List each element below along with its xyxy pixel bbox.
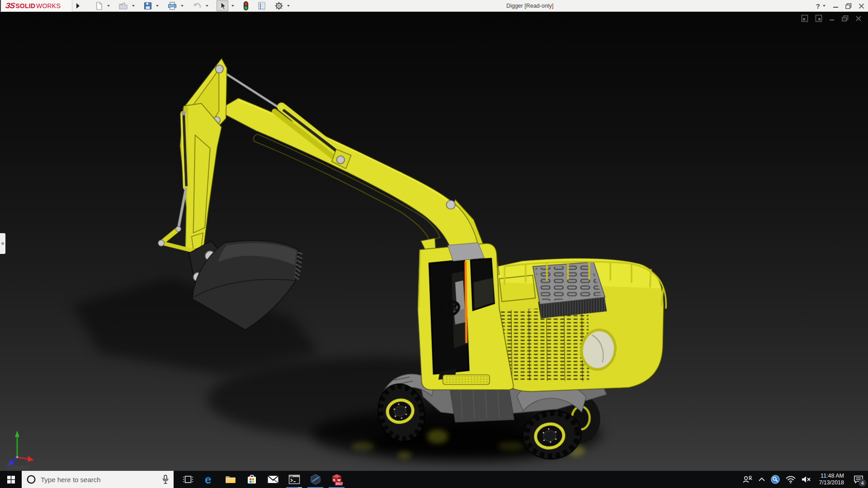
tray-time: 11:48 AM xyxy=(819,473,844,479)
tray-date: 7/13/2018 xyxy=(819,479,844,486)
mail-icon xyxy=(267,475,279,484)
cab xyxy=(418,238,514,389)
new-dropdown[interactable] xyxy=(107,5,110,7)
svg-text:2017: 2017 xyxy=(335,482,343,485)
show-hidden-icons-button[interactable] xyxy=(758,477,765,482)
solidworks-2017-icon: S W 2017 xyxy=(330,473,343,486)
task-view-button[interactable] xyxy=(177,471,198,488)
file-properties-icon xyxy=(257,1,266,10)
svg-text:W: W xyxy=(337,478,341,482)
select-dropdown[interactable] xyxy=(231,5,234,7)
title-bar: ЗS SOLID WORKS xyxy=(0,0,868,12)
file-properties-button[interactable] xyxy=(257,0,267,11)
print-button[interactable] xyxy=(167,0,178,11)
doc-restore-button[interactable] xyxy=(842,15,849,22)
cortana-icon xyxy=(26,474,36,484)
open-button[interactable] xyxy=(118,0,129,11)
feature-panel-tab[interactable] xyxy=(0,233,5,254)
minimize-button[interactable] xyxy=(833,3,839,9)
volume-muted-icon xyxy=(801,475,812,483)
system-tray: 11:48 AM 7/13/2018 4 xyxy=(742,471,866,488)
window-controls: ? xyxy=(816,0,864,12)
doc-minimize-button[interactable] xyxy=(829,15,835,21)
options-dropdown[interactable] xyxy=(287,5,290,7)
file-explorer-icon xyxy=(225,474,236,484)
help-dropdown[interactable] xyxy=(823,5,826,7)
restore-button[interactable] xyxy=(845,3,852,9)
microphone-icon[interactable] xyxy=(162,474,169,484)
edge-button[interactable]: e xyxy=(198,471,220,488)
flyout-arrow-icon xyxy=(76,3,80,9)
windows-taskbar: e xyxy=(0,471,868,488)
ds-logo-glyph: ЗS xyxy=(5,1,15,10)
panel-tab-dot xyxy=(1,242,4,245)
solidworks-2017-button[interactable]: S W 2017 xyxy=(326,471,347,488)
brand-solid: SOLID xyxy=(15,2,35,9)
traffic-light-icon xyxy=(243,1,249,11)
action-center-button[interactable]: 4 xyxy=(851,471,866,488)
brand-works: WORKS xyxy=(36,2,61,9)
print-icon xyxy=(167,1,177,10)
undo-dropdown[interactable] xyxy=(206,5,208,7)
solidworks-window: ЗS SOLID WORKS xyxy=(0,0,868,488)
composer-hexagon-icon xyxy=(310,474,321,485)
select-button[interactable] xyxy=(217,0,228,11)
composer-button[interactable] xyxy=(305,471,326,488)
menu-flyout-button[interactable] xyxy=(74,1,81,10)
open-folder-icon xyxy=(118,1,128,10)
volume-button[interactable] xyxy=(801,475,812,483)
blue-app-icon xyxy=(770,474,780,484)
graphics-viewport[interactable]: *Dimetric xyxy=(0,12,868,471)
excavator-model[interactable] xyxy=(0,12,868,471)
mail-button[interactable] xyxy=(262,471,283,488)
solidworks-logo: ЗS SOLID WORKS xyxy=(1,0,72,12)
close-button[interactable] xyxy=(859,3,864,9)
edge-icon: e xyxy=(203,473,216,486)
options-button[interactable] xyxy=(274,0,284,11)
wifi-icon xyxy=(785,475,796,483)
tray-clock[interactable]: 11:48 AM 7/13/2018 xyxy=(817,473,846,486)
task-view-icon xyxy=(183,474,193,484)
file-explorer-button[interactable] xyxy=(220,471,241,488)
new-document-button[interactable] xyxy=(94,0,104,11)
open-dropdown[interactable] xyxy=(132,5,135,7)
people-icon xyxy=(742,475,753,484)
upper-body xyxy=(494,258,666,391)
page-previous-icon[interactable] xyxy=(801,14,808,22)
boom-arm xyxy=(217,98,479,256)
tray-app-button[interactable] xyxy=(770,474,780,484)
command-prompt-button[interactable] xyxy=(283,471,305,488)
undo-icon xyxy=(192,1,202,10)
start-button[interactable] xyxy=(0,471,22,488)
view-orientation-label: *Dimetric xyxy=(6,464,30,470)
undo-button[interactable] xyxy=(192,0,203,11)
save-dropdown[interactable] xyxy=(156,5,159,7)
save-floppy-icon xyxy=(143,1,152,10)
store-icon xyxy=(246,474,257,485)
notification-badge: 4 xyxy=(859,479,866,487)
main-toolbar xyxy=(94,0,291,12)
page-next-icon[interactable] xyxy=(815,14,822,22)
doc-close-button[interactable] xyxy=(855,15,862,22)
print-dropdown[interactable] xyxy=(181,5,184,7)
document-window-controls xyxy=(801,14,862,22)
rebuild-button[interactable] xyxy=(242,0,250,11)
svg-text:e: e xyxy=(205,473,211,486)
gear-icon xyxy=(274,1,283,10)
store-button[interactable] xyxy=(241,471,262,488)
wifi-button[interactable] xyxy=(785,475,796,483)
document-title: Digger [Read-only] xyxy=(471,0,589,12)
svg-text:S: S xyxy=(333,478,335,482)
save-button[interactable] xyxy=(143,0,153,11)
select-cursor-icon xyxy=(217,1,227,10)
windows-logo-icon xyxy=(7,476,15,483)
command-prompt-icon xyxy=(288,474,300,484)
taskbar-apps: e xyxy=(177,471,347,488)
help-button[interactable]: ? xyxy=(816,2,820,10)
new-document-icon xyxy=(94,1,104,10)
taskbar-search[interactable] xyxy=(22,471,174,488)
chevron-up-icon xyxy=(758,477,765,482)
people-button[interactable] xyxy=(742,475,753,484)
search-input[interactable] xyxy=(41,476,157,483)
